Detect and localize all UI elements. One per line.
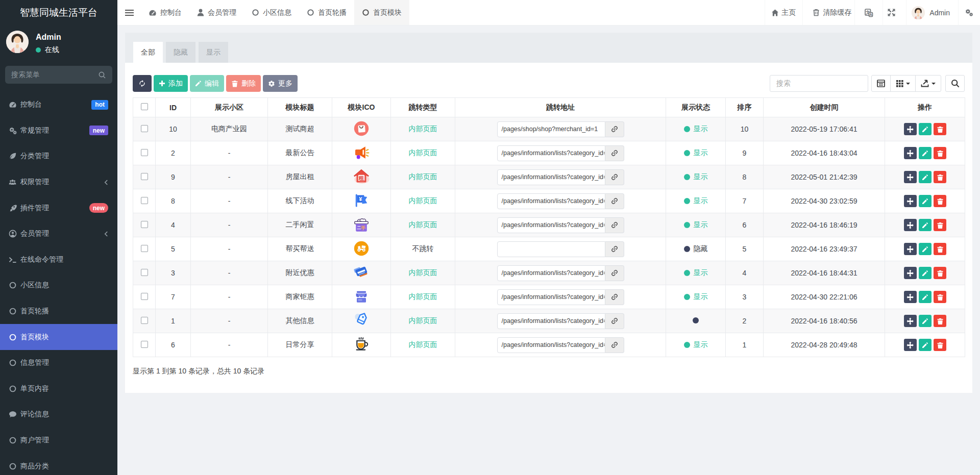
svg-text:¥: ¥ bbox=[359, 196, 362, 202]
svg-text:手: 手 bbox=[360, 224, 366, 230]
svg-text:二: 二 bbox=[357, 226, 361, 230]
svg-text:租: 租 bbox=[358, 174, 364, 181]
svg-text:A: A bbox=[870, 12, 873, 16]
